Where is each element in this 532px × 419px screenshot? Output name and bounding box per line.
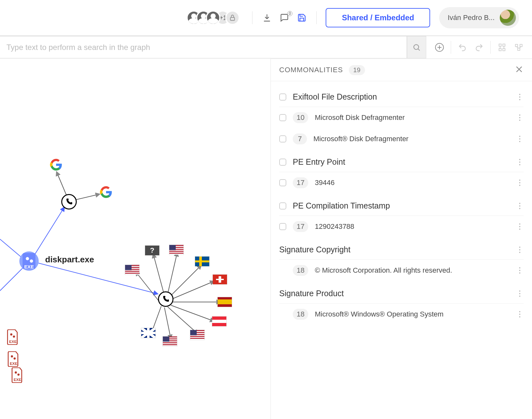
kebab-icon[interactable] xyxy=(516,267,524,274)
svg-point-36 xyxy=(30,259,33,263)
group-checkbox[interactable] xyxy=(279,202,286,210)
commonality-row[interactable]: 171290243788 xyxy=(279,216,524,237)
flag-us[interactable] xyxy=(190,330,204,340)
svg-rect-9 xyxy=(503,48,505,51)
user-name: Iván Pedro B... xyxy=(448,14,495,22)
svg-point-69 xyxy=(519,247,520,248)
row-checkbox[interactable] xyxy=(279,135,286,142)
undo-icon[interactable] xyxy=(457,42,468,53)
layout-2-icon[interactable] xyxy=(513,42,524,53)
panel-body[interactable]: Exiftool File Description10Microsoft Dis… xyxy=(271,81,532,419)
svg-line-32 xyxy=(135,271,160,302)
svg-point-70 xyxy=(519,249,520,250)
svg-line-19 xyxy=(0,268,23,291)
svg-point-49 xyxy=(519,96,520,98)
row-count: 17 xyxy=(293,221,308,232)
row-checkbox[interactable] xyxy=(279,223,286,230)
flag-es[interactable] xyxy=(218,297,232,307)
shared-embedded-button[interactable]: Shared / Embedded xyxy=(326,8,430,27)
flag-at[interactable] xyxy=(212,317,226,326)
google-icon[interactable] xyxy=(50,159,62,171)
comment-icon[interactable]: 0 xyxy=(279,12,290,23)
svg-point-35 xyxy=(26,257,29,260)
kebab-icon[interactable] xyxy=(516,246,524,253)
commonality-row[interactable]: 7Microsoft® Disk Defragmenter xyxy=(279,128,524,150)
divider xyxy=(252,11,252,24)
kebab-icon[interactable] xyxy=(516,179,524,186)
flag-ch[interactable] xyxy=(213,275,227,284)
kebab-icon[interactable] xyxy=(516,93,524,101)
panel-header: COMMONALITIES 19 xyxy=(271,59,532,81)
panel-count: 19 xyxy=(349,65,365,75)
user-menu[interactable]: Iván Pedro B... xyxy=(439,7,519,28)
svg-point-67 xyxy=(519,226,520,227)
kebab-icon[interactable] xyxy=(516,223,524,230)
group-title: PE Compilation Timestamp xyxy=(293,201,390,210)
svg-rect-14 xyxy=(518,48,520,50)
svg-point-53 xyxy=(519,120,520,121)
svg-text:EXE: EXE xyxy=(10,361,17,365)
flag-us[interactable] xyxy=(163,336,177,346)
svg-line-28 xyxy=(171,305,214,321)
kebab-icon[interactable] xyxy=(516,159,524,166)
group-checkbox[interactable] xyxy=(279,159,286,166)
kebab-icon[interactable] xyxy=(516,135,524,142)
flag-unknown[interactable]: ? xyxy=(145,246,159,255)
svg-point-76 xyxy=(519,293,520,294)
svg-text:EXE: EXE xyxy=(14,377,21,382)
commonality-row[interactable]: 18Microsoft® Windows® Operating System xyxy=(279,304,524,325)
graph-canvas[interactable]: EXE diskpart.exe ? EXE xyxy=(0,59,271,419)
svg-point-64 xyxy=(519,205,520,207)
commonality-row[interactable]: 10Microsoft Disk Defragmenter xyxy=(279,107,524,128)
flag-us[interactable] xyxy=(125,265,139,275)
download-icon[interactable] xyxy=(261,12,272,23)
row-checkbox[interactable] xyxy=(279,114,286,121)
row-count: 18 xyxy=(293,309,308,320)
row-value: Microsoft® Disk Defragmenter xyxy=(313,135,509,143)
row-count: 10 xyxy=(293,112,308,123)
divider xyxy=(316,11,317,24)
commonality-row[interactable]: 1739446 xyxy=(279,172,524,193)
svg-rect-12 xyxy=(516,44,518,46)
svg-point-60 xyxy=(519,180,520,181)
user-avatar xyxy=(500,10,516,26)
flag-us[interactable] xyxy=(169,245,183,255)
lock-icon[interactable] xyxy=(225,10,240,25)
svg-line-22 xyxy=(73,194,100,200)
row-checkbox[interactable] xyxy=(279,179,286,186)
exe-file-icon[interactable]: EXE xyxy=(11,367,24,383)
exe-file-icon[interactable]: EXE xyxy=(7,351,20,367)
group-header: PE Compilation Timestamp xyxy=(279,201,524,216)
contact-node[interactable] xyxy=(158,291,173,307)
group-title: Signature Product xyxy=(279,289,344,298)
flag-se[interactable] xyxy=(195,257,209,266)
group-checkbox[interactable] xyxy=(279,93,286,101)
kebab-icon[interactable] xyxy=(516,114,524,121)
commonality-group: Signature Copyright18© Microsoft Corpora… xyxy=(271,237,532,281)
kebab-icon[interactable] xyxy=(516,290,524,297)
svg-rect-13 xyxy=(520,44,522,46)
commonality-row[interactable]: 18© Microsoft Corporation. All rights re… xyxy=(279,260,524,281)
close-icon[interactable] xyxy=(515,65,524,75)
redo-icon[interactable] xyxy=(474,42,485,53)
flag-gb[interactable] xyxy=(141,328,155,338)
kebab-icon[interactable] xyxy=(516,202,524,210)
contact-node[interactable] xyxy=(61,194,77,210)
layout-1-icon[interactable] xyxy=(497,42,507,53)
svg-point-50 xyxy=(519,99,520,100)
save-icon[interactable] xyxy=(296,12,307,23)
search-button[interactable] xyxy=(407,36,426,58)
graph-search-input[interactable] xyxy=(0,36,407,58)
google-icon[interactable] xyxy=(100,186,112,198)
svg-line-25 xyxy=(171,265,202,296)
file-node-diskpart[interactable]: EXE xyxy=(19,251,39,271)
divider xyxy=(490,41,491,54)
svg-text:EXE: EXE xyxy=(9,339,17,344)
add-node-icon[interactable] xyxy=(434,42,445,53)
svg-point-80 xyxy=(519,316,520,317)
row-value: Microsoft Disk Defragmenter xyxy=(315,113,509,122)
row-count: 18 xyxy=(293,265,308,276)
kebab-icon[interactable] xyxy=(516,311,524,318)
exe-file-icon[interactable]: EXE xyxy=(6,329,19,345)
group-header: Signature Copyright xyxy=(279,245,524,260)
